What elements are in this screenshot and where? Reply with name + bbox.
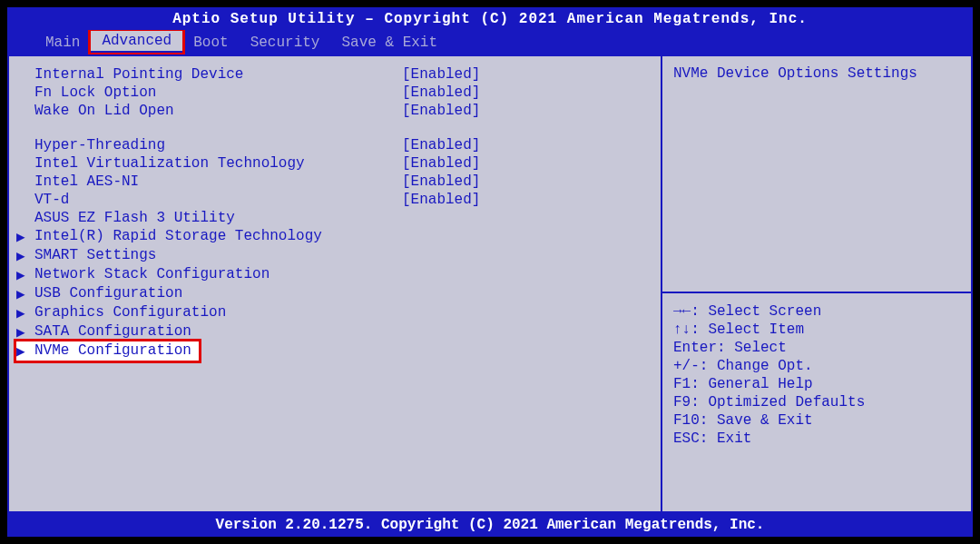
header-title: Aptio Setup Utility – Copyright (C) 2021… <box>7 7 973 31</box>
help-key-change-opt: +/-: Change Opt. <box>673 357 960 375</box>
setting-label: Wake On Lid Open <box>34 103 402 119</box>
setting-label: Intel AES-NI <box>34 173 402 190</box>
arrow-spacer <box>16 66 34 83</box>
setting-wake-on-lid-open[interactable]: Wake On Lid Open [Enabled] <box>16 102 653 120</box>
submenu-arrow-icon: ▶ <box>16 228 34 245</box>
bios-setup-screen: Aptio Setup Utility – Copyright (C) 2021… <box>7 7 973 537</box>
help-key-save-exit: F10: Save & Exit <box>673 411 960 430</box>
setting-label: VT-d <box>34 192 402 208</box>
setting-label: Intel(R) Rapid Storage Technology <box>34 228 402 245</box>
setting-vt-d[interactable]: VT-d [Enabled] <box>16 191 653 209</box>
setting-label: ASUS EZ Flash 3 Utility <box>34 210 402 226</box>
setting-value: [Enabled] <box>402 66 583 83</box>
tab-security[interactable]: Security <box>240 33 331 53</box>
setting-label: Intel Virtualization Technology <box>34 155 402 172</box>
submenu-arrow-icon: ▶ <box>16 266 34 283</box>
footer-version: Version 2.20.1275. Copyright (C) 2021 Am… <box>7 513 973 537</box>
tab-advanced[interactable]: Advanced <box>91 31 182 51</box>
setting-intel-aes-ni[interactable]: Intel AES-NI [Enabled] <box>16 173 653 191</box>
help-key-esc-exit: ESC: Exit <box>673 430 960 448</box>
setting-value: [Enabled] <box>402 173 583 190</box>
setting-usb-config[interactable]: ▶ USB Configuration <box>16 284 653 303</box>
setting-label: Graphics Configuration <box>34 304 402 321</box>
tab-highlight-box: Advanced <box>88 30 185 55</box>
submenu-arrow-icon: ▶ <box>16 342 34 360</box>
help-description-text: NVMe Device Options Settings <box>673 65 960 82</box>
setting-label: NVMe Configuration <box>34 342 191 360</box>
arrow-spacer <box>16 84 34 101</box>
submenu-arrow-icon: ▶ <box>16 285 34 302</box>
main-content-area: Internal Pointing Device [Enabled] Fn Lo… <box>7 54 973 513</box>
help-description: NVMe Device Options Settings <box>662 56 971 293</box>
arrow-spacer <box>16 137 34 153</box>
setting-smart-settings[interactable]: ▶ SMART Settings <box>16 246 653 265</box>
arrow-spacer <box>16 155 34 172</box>
setting-value: [Enabled] <box>402 84 583 101</box>
setting-label: Internal Pointing Device <box>34 66 402 83</box>
help-key-select-item: ↑↓: Select Item <box>673 321 960 339</box>
help-key-general-help: F1: General Help <box>673 375 960 393</box>
setting-internal-pointing-device[interactable]: Internal Pointing Device [Enabled] <box>16 65 653 84</box>
setting-label: Hyper-Threading <box>34 137 402 153</box>
arrow-spacer <box>16 173 34 190</box>
spacer <box>16 120 653 136</box>
setting-label: USB Configuration <box>34 285 402 302</box>
setting-asus-ez-flash[interactable]: ASUS EZ Flash 3 Utility <box>16 209 653 227</box>
tab-save-exit[interactable]: Save & Exit <box>330 33 448 53</box>
tab-bar: Main Advanced Boot Security Save & Exit <box>7 31 973 54</box>
help-panel: NVMe Device Options Settings →←: Select … <box>662 56 971 511</box>
arrow-spacer <box>16 192 34 208</box>
arrow-spacer <box>16 210 34 226</box>
settings-panel: Internal Pointing Device [Enabled] Fn Lo… <box>9 56 662 511</box>
setting-hyper-threading[interactable]: Hyper-Threading [Enabled] <box>16 136 653 154</box>
setting-graphics-config[interactable]: ▶ Graphics Configuration <box>16 303 653 322</box>
setting-value: [Enabled] <box>402 137 583 153</box>
tab-boot[interactable]: Boot <box>182 33 239 53</box>
submenu-arrow-icon: ▶ <box>16 304 34 321</box>
setting-intel-rapid-storage[interactable]: ▶ Intel(R) Rapid Storage Technology <box>16 227 653 246</box>
help-keys-panel: →←: Select Screen ↑↓: Select Item Enter:… <box>662 293 971 511</box>
arrow-spacer <box>16 103 34 119</box>
setting-network-stack-config[interactable]: ▶ Network Stack Configuration <box>16 265 653 284</box>
selected-highlight-box: ▶ NVMe Configuration <box>14 339 201 363</box>
help-key-select-screen: →←: Select Screen <box>673 302 960 321</box>
help-key-enter: Enter: Select <box>673 339 960 357</box>
setting-intel-virtualization[interactable]: Intel Virtualization Technology [Enabled… <box>16 154 653 173</box>
setting-nvme-config[interactable]: ▶ NVMe Configuration <box>16 341 199 361</box>
help-key-optimized-defaults: F9: Optimized Defaults <box>673 393 960 411</box>
setting-label: Network Stack Configuration <box>34 266 402 283</box>
setting-value: [Enabled] <box>402 155 583 172</box>
setting-label: Fn Lock Option <box>34 84 402 101</box>
setting-label: SMART Settings <box>34 247 402 264</box>
setting-value: [Enabled] <box>402 192 583 208</box>
submenu-arrow-icon: ▶ <box>16 247 34 264</box>
tab-main[interactable]: Main <box>34 33 91 53</box>
setting-fn-lock-option[interactable]: Fn Lock Option [Enabled] <box>16 84 653 102</box>
setting-value: [Enabled] <box>402 103 583 119</box>
